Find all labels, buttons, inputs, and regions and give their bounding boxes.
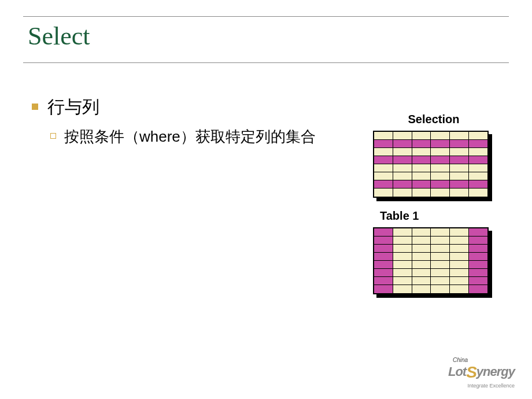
slide: Select 行与列 按照条件（where）获取特定列的集合 Selection — [0, 0, 532, 399]
table-grid — [373, 131, 489, 198]
selected-col — [469, 228, 487, 237]
logo-top-text: China — [448, 357, 515, 363]
title-area: Select — [23, 16, 509, 51]
table-grid — [373, 227, 489, 294]
selection-label: Selection — [373, 113, 494, 126]
logo-part-s: S — [466, 363, 476, 382]
bullet-level-2: 按照条件（where）获取特定列的集合 — [50, 126, 321, 147]
selection-table — [373, 131, 494, 198]
slide-title: Select — [23, 21, 509, 51]
logo-tagline: Integrate Excellence — [448, 383, 515, 389]
diagram-area: Selection Table 1 — [373, 113, 494, 306]
table1-label: Table 1 — [373, 209, 494, 223]
selected-row — [374, 180, 487, 189]
selected-col — [374, 228, 393, 237]
bullet-outline-icon — [50, 133, 56, 139]
projection-table — [373, 227, 494, 294]
title-bottom-line — [23, 62, 509, 63]
logo-part-ynergy: ynergy — [476, 364, 515, 379]
bullet-level-1: 行与列 — [32, 95, 321, 119]
title-top-line — [23, 16, 509, 17]
logo-part-lot: Lot — [448, 364, 466, 379]
bullet-l1-text: 行与列 — [47, 95, 99, 119]
bullet-square-icon — [32, 104, 38, 110]
logo-main: LotSynergy — [448, 363, 515, 382]
selected-row — [374, 156, 487, 164]
content-area: 行与列 按照条件（where）获取特定列的集合 — [32, 95, 321, 147]
bullet-l2-text: 按照条件（where）获取特定列的集合 — [64, 126, 316, 147]
selected-row — [374, 140, 487, 148]
logo: China LotSynergy Integrate Excellence — [448, 357, 515, 389]
